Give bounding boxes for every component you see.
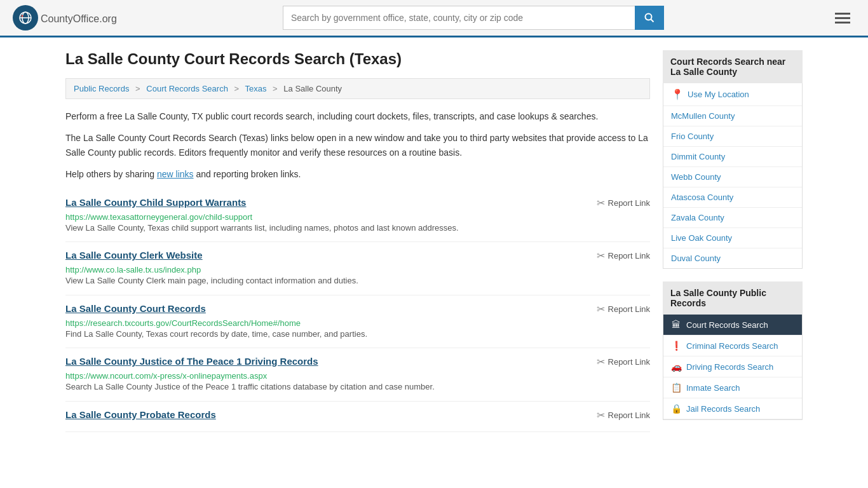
- county-link[interactable]: Zavala County: [671, 213, 724, 222]
- result-title[interactable]: La Salle County Court Records: [65, 303, 206, 314]
- county-link[interactable]: Webb County: [671, 172, 721, 182]
- result-item: La Salle County Clerk Website ✂ Report L…: [65, 242, 650, 295]
- use-location-link[interactable]: Use My Location: [688, 90, 749, 99]
- public-records-header: La Salle County Public Records: [663, 281, 803, 315]
- court-records-icon: 🏛: [671, 320, 681, 330]
- new-links-link[interactable]: new links: [157, 169, 194, 179]
- result-item: La Salle County Probate Records ✂ Report…: [65, 402, 650, 432]
- svg-point-5: [645, 14, 651, 20]
- location-icon: 📍: [671, 88, 684, 100]
- nearby-county-item: Zavala County: [663, 208, 802, 228]
- nearby-county-item: Dimmit County: [663, 147, 802, 167]
- inmate-search-icon: 📋: [671, 383, 681, 393]
- sidebar: Court Records Search near La Salle Count…: [663, 50, 803, 433]
- result-item: La Salle County Justice of The Peace 1 D…: [65, 348, 650, 402]
- report-icon: ✂: [597, 303, 605, 315]
- report-icon: ✂: [597, 409, 605, 421]
- nav-inmate-search[interactable]: 📋 Inmate Search: [663, 377, 802, 398]
- report-link-button[interactable]: ✂ Report Link: [597, 250, 650, 262]
- nearby-section: Court Records Search near La Salle Count…: [663, 50, 803, 269]
- header: CountyOffice.org: [0, 0, 868, 37]
- public-records-nav: 🏛 Court Records Search ❗ Criminal Record…: [663, 315, 803, 420]
- nav-jail-records-link[interactable]: Jail Records Search: [686, 404, 760, 414]
- nearby-county-item: Duval County: [663, 248, 802, 268]
- result-url[interactable]: https://www.texasattorneygeneral.gov/chi…: [65, 212, 252, 222]
- nav-criminal-records-link[interactable]: Criminal Records Search: [686, 341, 778, 351]
- content-area: La Salle County Court Records Search (Te…: [65, 50, 650, 433]
- breadcrumb-texas[interactable]: Texas: [245, 84, 267, 93]
- use-location-item[interactable]: 📍 Use My Location: [663, 83, 802, 106]
- logo-icon: [13, 5, 38, 30]
- nav-jail-records[interactable]: 🔒 Jail Records Search: [663, 398, 802, 419]
- public-records-section: La Salle County Public Records 🏛 Court R…: [663, 281, 803, 420]
- nearby-county-item: McMullen County: [663, 106, 802, 126]
- breadcrumb-current: La Salle County: [283, 84, 342, 93]
- nav-driving-records[interactable]: 🚗 Driving Records Search: [663, 356, 802, 377]
- jail-records-icon: 🔒: [671, 403, 681, 414]
- county-link[interactable]: Dimmit County: [671, 152, 725, 161]
- result-title[interactable]: La Salle County Justice of The Peace 1 D…: [65, 356, 318, 367]
- nav-court-records-link[interactable]: Court Records Search: [686, 320, 768, 330]
- county-link[interactable]: Frio County: [671, 132, 714, 141]
- result-desc: Find La Salle County, Texas court record…: [65, 328, 650, 341]
- svg-line-6: [651, 20, 653, 22]
- driving-records-icon: 🚗: [671, 362, 681, 372]
- nav-criminal-records[interactable]: ❗ Criminal Records Search: [663, 336, 802, 356]
- logo-area: CountyOffice.org: [13, 5, 117, 30]
- report-icon: ✂: [597, 356, 605, 368]
- criminal-records-icon: ❗: [671, 341, 681, 351]
- search-button[interactable]: [635, 6, 664, 30]
- nearby-header: Court Records Search near La Salle Count…: [663, 50, 803, 83]
- result-title[interactable]: La Salle County Clerk Website: [65, 250, 203, 261]
- nearby-county-item: Webb County: [663, 167, 802, 187]
- nav-inmate-search-link[interactable]: Inmate Search: [686, 383, 740, 393]
- result-title[interactable]: La Salle County Probate Records: [65, 409, 216, 420]
- result-desc: Search La Salle County Justice of the Pe…: [65, 381, 650, 393]
- result-desc: View La Salle County Clerk main page, in…: [65, 274, 650, 287]
- result-url[interactable]: http://www.co.la-salle.tx.us/index.php: [65, 265, 201, 274]
- nearby-county-item: Atascosa County: [663, 187, 802, 208]
- main-layout: La Salle County Court Records Search (Te…: [53, 37, 815, 445]
- report-link-button[interactable]: ✂ Report Link: [597, 303, 650, 315]
- county-link[interactable]: Live Oak County: [671, 233, 732, 243]
- nav-driving-records-link[interactable]: Driving Records Search: [686, 362, 773, 372]
- report-link-button[interactable]: ✂ Report Link: [597, 409, 650, 421]
- menu-button[interactable]: [830, 10, 855, 26]
- nav-court-records[interactable]: 🏛 Court Records Search: [663, 315, 802, 336]
- result-url[interactable]: https://research.txcourts.gov/CourtRecor…: [65, 318, 301, 328]
- county-link[interactable]: Duval County: [671, 254, 721, 263]
- result-item: La Salle County Child Support Warrants ✂…: [65, 189, 650, 243]
- breadcrumb: Public Records > Court Records Search > …: [65, 78, 650, 99]
- result-title[interactable]: La Salle County Child Support Warrants: [65, 197, 246, 208]
- search-area: [283, 6, 664, 30]
- breadcrumb-court-records[interactable]: Court Records Search: [146, 84, 228, 93]
- intro-para1: Perform a free La Salle County, TX publi…: [65, 109, 650, 123]
- intro-para3: Help others by sharing new links and rep…: [65, 167, 650, 181]
- result-desc: View La Salle County, Texas child suppor…: [65, 222, 650, 234]
- county-link[interactable]: McMullen County: [671, 111, 735, 121]
- results-list: La Salle County Child Support Warrants ✂…: [65, 189, 650, 432]
- nearby-list: 📍 Use My Location McMullen County Frio C…: [663, 83, 803, 269]
- result-item: La Salle County Court Records ✂ Report L…: [65, 295, 650, 349]
- page-title: La Salle County Court Records Search (Te…: [65, 50, 650, 68]
- search-input[interactable]: [283, 6, 635, 30]
- nearby-county-item: Live Oak County: [663, 228, 802, 248]
- intro-para2: The La Salle County Court Records Search…: [65, 131, 650, 159]
- logo-text: CountyOffice.org: [41, 11, 117, 25]
- report-icon: ✂: [597, 197, 605, 209]
- svg-point-4: [22, 15, 24, 17]
- nearby-county-item: Frio County: [663, 126, 802, 147]
- result-url[interactable]: https://www.ncourt.com/x-press/x-onlinep…: [65, 371, 267, 381]
- report-link-button[interactable]: ✂ Report Link: [597, 197, 650, 209]
- breadcrumb-public-records[interactable]: Public Records: [74, 84, 129, 93]
- report-link-button[interactable]: ✂ Report Link: [597, 356, 650, 368]
- report-icon: ✂: [597, 250, 605, 262]
- county-link[interactable]: Atascosa County: [671, 193, 733, 202]
